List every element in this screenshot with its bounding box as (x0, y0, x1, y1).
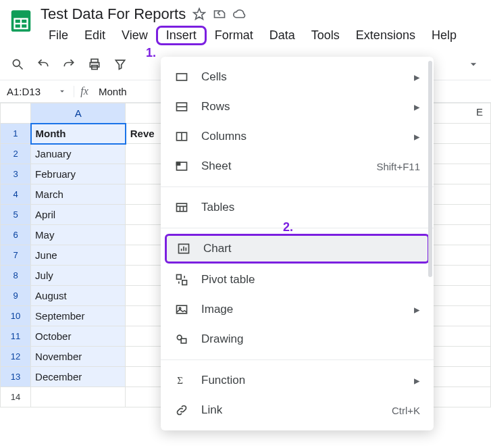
svg-rect-30 (181, 339, 186, 343)
svg-rect-17 (177, 203, 187, 211)
menu-insert[interactable]: Insert (156, 26, 207, 45)
menu-item-label: Chart (203, 242, 418, 255)
cell[interactable]: December (31, 367, 126, 387)
cell[interactable]: April (31, 205, 126, 225)
menu-item-pivot-table[interactable]: Pivot table (161, 265, 434, 295)
move-icon[interactable] (213, 7, 226, 21)
menu-view[interactable]: View (113, 26, 156, 45)
menu-item-tables[interactable]: Tables (161, 193, 434, 222)
star-icon[interactable] (192, 7, 206, 21)
row-header[interactable]: 4 (1, 184, 31, 205)
annotation-2: 2. (283, 220, 293, 234)
menu-separator (161, 186, 434, 187)
row-header[interactable]: 7 (1, 245, 31, 266)
menu-tools[interactable]: Tools (303, 26, 348, 45)
cell[interactable]: June (31, 245, 126, 266)
sheets-logo[interactable] (7, 7, 35, 35)
menu-item-chart[interactable]: Chart (165, 234, 430, 264)
row-header[interactable]: 12 (1, 347, 31, 367)
menu-item-label: Sheet (201, 159, 364, 173)
cell[interactable]: September (31, 306, 126, 326)
menu-data[interactable]: Data (261, 26, 303, 45)
svg-rect-25 (177, 275, 182, 280)
cell[interactable]: February (31, 164, 126, 184)
menu-separator (161, 359, 434, 360)
row-header[interactable]: 10 (1, 306, 31, 326)
menu-item-shortcut: Shift+F11 (376, 161, 420, 172)
col-header-a[interactable]: A (31, 103, 126, 124)
menu-edit[interactable]: Edit (76, 26, 113, 45)
cell[interactable]: August (31, 286, 126, 306)
menu-item-label: Image (201, 303, 402, 316)
cell[interactable]: October (31, 326, 126, 347)
menu-item-label: Cells (201, 70, 402, 84)
submenu-arrow-icon: ▸ (414, 374, 420, 388)
menu-item-label: Pivot table (201, 273, 420, 287)
cell[interactable]: March (31, 184, 126, 205)
document-title[interactable]: Test Data For Reports (41, 5, 186, 23)
title-bar: Test Data For Reports File Edit View Ins… (0, 0, 491, 49)
cells-icon (174, 70, 189, 84)
svg-rect-27 (177, 305, 187, 314)
row-header[interactable]: 3 (1, 164, 31, 184)
row-header[interactable]: 6 (1, 225, 31, 245)
cell[interactable] (31, 387, 126, 407)
menu-item-columns[interactable]: Columns ▸ (161, 122, 434, 151)
menu-item-function[interactable]: Σ Function ▸ (161, 366, 434, 395)
row-header[interactable]: 5 (1, 205, 31, 225)
link-icon (174, 403, 189, 418)
menu-item-label: Drawing (201, 332, 420, 346)
cloud-status-icon[interactable] (233, 7, 247, 21)
row-header[interactable]: 8 (1, 266, 31, 286)
name-box[interactable]: A1:D13 (0, 86, 74, 97)
filter-icon[interactable] (112, 56, 128, 72)
row-header[interactable]: 13 (1, 367, 31, 387)
menu-item-link[interactable]: Link Ctrl+K (161, 395, 434, 425)
select-all-corner[interactable] (1, 103, 31, 124)
menu-item-image[interactable]: Image ▸ (161, 295, 434, 324)
menu-item-rows[interactable]: Rows ▸ (161, 92, 434, 122)
print-icon[interactable] (86, 56, 103, 72)
menu-format[interactable]: Format (207, 26, 261, 45)
svg-rect-26 (182, 280, 187, 285)
search-icon[interactable] (9, 56, 26, 72)
col-header-e[interactable]: E (476, 103, 483, 122)
cell[interactable]: January (31, 144, 126, 164)
cell[interactable]: Month (31, 124, 126, 144)
row-header[interactable]: 14 (1, 387, 31, 407)
submenu-arrow-icon: ▸ (414, 303, 420, 317)
row-header[interactable]: 1 (1, 124, 31, 144)
fx-icon: fx (74, 85, 95, 97)
redo-icon[interactable] (61, 56, 77, 72)
menu-item-label: Function (201, 374, 402, 387)
menu-item-shortcut: Ctrl+K (392, 405, 420, 416)
submenu-arrow-icon: ▸ (414, 70, 420, 84)
menu-item-cells[interactable]: Cells ▸ (161, 62, 434, 92)
toolbar-more-icon[interactable] (465, 56, 482, 72)
row-header[interactable]: 2 (1, 144, 31, 164)
cell[interactable]: July (31, 266, 126, 286)
menu-extensions[interactable]: Extensions (348, 26, 423, 45)
menu-item-drawing[interactable]: Drawing (161, 324, 434, 354)
drawing-icon (174, 332, 189, 347)
row-header[interactable]: 11 (1, 326, 31, 347)
menu-item-label: Tables (201, 201, 420, 214)
menu-item-label: Link (201, 403, 380, 417)
menu-item-sheet[interactable]: Sheet Shift+F11 (161, 151, 434, 181)
svg-rect-16 (177, 162, 180, 165)
annotation-1: 1. (146, 46, 156, 60)
menu-help[interactable]: Help (423, 26, 465, 45)
menu-item-label: Rows (201, 100, 402, 114)
cell[interactable]: November (31, 347, 126, 367)
name-box-value: A1:D13 (7, 86, 41, 97)
undo-icon[interactable] (35, 56, 51, 72)
svg-marker-4 (194, 9, 205, 20)
menu-file[interactable]: File (41, 26, 76, 45)
svg-line-6 (20, 66, 23, 70)
row-header[interactable]: 9 (1, 286, 31, 306)
svg-point-5 (13, 59, 20, 66)
cell[interactable]: May (31, 225, 126, 245)
menu-separator (161, 228, 434, 228)
menu-item-label: Columns (201, 130, 402, 143)
svg-text:Σ: Σ (177, 375, 183, 386)
